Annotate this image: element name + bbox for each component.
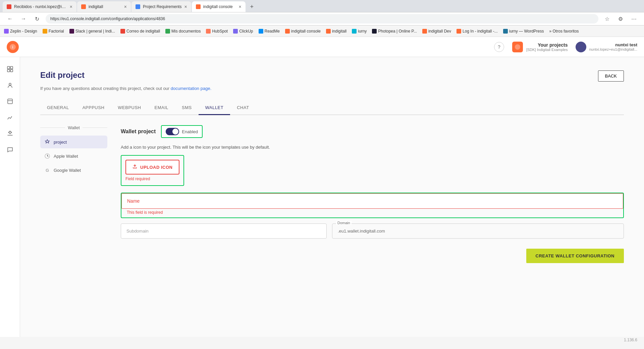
sidebar-icon-analytics[interactable] bbox=[3, 111, 17, 124]
bookmark-indigitall[interactable]: indigitall bbox=[326, 29, 346, 34]
name-field-container: This field is required bbox=[121, 193, 624, 218]
back-button[interactable]: BACK bbox=[598, 70, 624, 82]
tab-sms[interactable]: SMS bbox=[175, 101, 199, 115]
tab-title-indigitall: indigitall bbox=[89, 4, 121, 9]
toggle-label: Enabled bbox=[182, 129, 198, 134]
toggle-knob bbox=[172, 129, 178, 135]
wallet-toggle-container: Enabled bbox=[161, 125, 203, 138]
bookmark-photopea[interactable]: Photopea | Online P... bbox=[372, 29, 417, 34]
user-email: nuntxi.lopez+eu1@indigitall... bbox=[589, 47, 637, 51]
project-nav-label: project bbox=[54, 140, 67, 145]
upload-icon-container: UPLOAD ICON Field required bbox=[121, 155, 184, 186]
svg-rect-5 bbox=[7, 69, 10, 72]
bookmark-factorial[interactable]: Factorial bbox=[43, 29, 64, 34]
tab-close-gmail[interactable]: × bbox=[70, 4, 72, 9]
browser-tab-gmail[interactable]: Recibidos - nuntxi.lopez@indigit... × bbox=[3, 1, 76, 12]
bookmark-console[interactable]: indigitall console bbox=[285, 29, 321, 34]
help-button[interactable]: ? bbox=[494, 42, 504, 52]
sidebar-nav-apple-wallet[interactable]: Apple Wallet bbox=[40, 150, 107, 162]
address-bar[interactable]: https://eu1.console.indigitall.com/confi… bbox=[46, 14, 598, 23]
wallet-form-area: Wallet project Enabled Add a icon to you… bbox=[121, 125, 624, 263]
sidebar-icon-chat[interactable] bbox=[3, 143, 17, 156]
wallet-header: Wallet project Enabled bbox=[121, 125, 624, 138]
sidebar-nav-project[interactable]: project bbox=[40, 136, 107, 148]
project-nav-icon bbox=[44, 139, 50, 145]
bookmark-zeplin[interactable]: Zeplin - Design bbox=[4, 29, 37, 34]
google-wallet-icon: G bbox=[44, 167, 50, 173]
create-wallet-button[interactable]: CREATE WALLET CONFIGURATION bbox=[526, 249, 624, 263]
bookmark-iurny[interactable]: iurny bbox=[352, 29, 367, 34]
project-avatar bbox=[512, 42, 523, 52]
apple-wallet-nav-label: Apple Wallet bbox=[54, 154, 78, 159]
user-name: nuntxi test bbox=[589, 42, 637, 47]
extensions-button[interactable]: ⚙ bbox=[616, 14, 625, 23]
bookmark-hubspot[interactable]: HubSpot bbox=[206, 29, 228, 34]
wallet-sidebar-title: Wallet bbox=[40, 125, 107, 130]
create-btn-row: CREATE WALLET CONFIGURATION bbox=[121, 249, 624, 263]
project-details: Your projects [SDK] Indigitall Examples bbox=[526, 42, 568, 52]
wallet-toggle[interactable] bbox=[166, 128, 179, 135]
sidebar-icon-plugins[interactable] bbox=[3, 127, 17, 140]
tab-title-gmail: Recibidos - nuntxi.lopez@indigit... bbox=[14, 4, 67, 9]
bookmark-wordpress[interactable]: iurny — WordPress bbox=[503, 29, 544, 34]
project-label: Your projects bbox=[526, 42, 568, 48]
requirements-favicon bbox=[136, 4, 140, 9]
sidebar-icon-layouts[interactable] bbox=[3, 95, 17, 108]
user-info: nuntxi test nuntxi.lopez+eu1@indigitall.… bbox=[576, 42, 637, 52]
indigitall-favicon bbox=[81, 4, 86, 9]
sidebar-nav-google-wallet[interactable]: G Google Wallet bbox=[40, 164, 107, 177]
tab-email[interactable]: EMAIL bbox=[148, 101, 175, 115]
tab-close-console[interactable]: × bbox=[238, 4, 241, 9]
upload-icon-symbol bbox=[132, 164, 138, 170]
sidebar-icon-dashboard[interactable] bbox=[3, 62, 17, 76]
bookmark-star[interactable]: ☆ bbox=[602, 14, 612, 23]
bookmark-gmail[interactable]: Correo de indigitall bbox=[120, 29, 160, 34]
sidebar-icon-users[interactable] bbox=[3, 79, 17, 92]
bookmark-docs[interactable]: Mis documentos bbox=[165, 29, 201, 34]
svg-rect-3 bbox=[7, 66, 10, 69]
bookmark-clickup[interactable]: ClickUp bbox=[233, 29, 253, 34]
upload-btn-label: UPLOAD ICON bbox=[140, 165, 173, 170]
tab-close-requirements[interactable]: × bbox=[184, 4, 187, 9]
tab-title-console: indigitall console bbox=[203, 4, 236, 9]
bookmark-others[interactable]: » Otros favoritos bbox=[549, 29, 579, 34]
subdomain-domain-row: Domain bbox=[121, 223, 624, 239]
name-field-error: This field is required bbox=[121, 209, 623, 217]
more-button[interactable]: ⋯ bbox=[629, 14, 639, 23]
tab-chat[interactable]: CHAT bbox=[230, 101, 256, 115]
main-content: Edit project BACK If you have any questi… bbox=[20, 57, 644, 337]
back-nav-button[interactable]: ← bbox=[5, 14, 15, 23]
documentation-link[interactable]: documentation page. bbox=[171, 86, 211, 91]
apple-wallet-icon bbox=[44, 153, 50, 159]
url-text: https://eu1.console.indigitall.com/confi… bbox=[50, 16, 165, 21]
tab-close-indigitall[interactable]: × bbox=[124, 4, 127, 9]
browser-tab-indigitall[interactable]: indigitall × bbox=[77, 1, 131, 12]
bookmark-indigitall-dev[interactable]: indigitall Dev bbox=[422, 29, 451, 34]
page-subtitle: If you have any questions about creating… bbox=[40, 86, 624, 91]
domain-input[interactable] bbox=[332, 223, 624, 239]
bookmark-readme[interactable]: ReadMe bbox=[259, 29, 280, 34]
svg-rect-4 bbox=[10, 66, 13, 69]
browser-tab-console[interactable]: indigitall console × bbox=[192, 1, 246, 12]
app-logo: i bbox=[7, 41, 19, 53]
upload-icon-button[interactable]: UPLOAD ICON bbox=[125, 160, 179, 174]
browser-tab-requirements[interactable]: Project Requirements × bbox=[131, 1, 191, 12]
tab-apppush[interactable]: APPPUSH bbox=[76, 101, 111, 115]
reload-button[interactable]: ↻ bbox=[32, 14, 42, 23]
wallet-sidebar-nav: Wallet project Apple Wallet bbox=[40, 125, 107, 263]
section-description: Add a icon to your project. This will be… bbox=[121, 145, 624, 150]
subdomain-input[interactable] bbox=[121, 223, 327, 239]
bookmark-login[interactable]: Log In - indigitall -... bbox=[457, 29, 498, 34]
tab-general[interactable]: GENERAL bbox=[40, 101, 76, 115]
svg-rect-6 bbox=[10, 69, 13, 72]
new-tab-button[interactable]: + bbox=[246, 1, 258, 12]
tab-wallet[interactable]: WALLET bbox=[199, 101, 230, 115]
console-favicon bbox=[196, 4, 201, 9]
app-header: i ? Your projects [SDK] Indigitall Examp… bbox=[0, 37, 644, 57]
name-input[interactable] bbox=[121, 193, 623, 209]
domain-field-wrapper: Domain bbox=[332, 223, 624, 239]
forward-nav-button[interactable]: → bbox=[19, 14, 28, 23]
bookmark-slack[interactable]: Slack | general | Indi... bbox=[69, 29, 115, 34]
project-info: Your projects [SDK] Indigitall Examples bbox=[512, 42, 568, 52]
tab-webpush[interactable]: WEBPUSH bbox=[111, 101, 148, 115]
